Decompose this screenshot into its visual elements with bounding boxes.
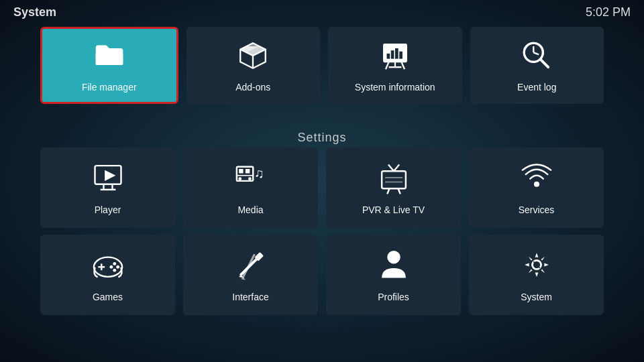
app-title: System <box>13 5 56 19</box>
svg-point-35 <box>533 182 539 187</box>
tile-interface[interactable]: Interface <box>183 235 318 315</box>
svg-line-31 <box>388 165 393 172</box>
services-icon <box>519 160 554 198</box>
svg-line-32 <box>394 165 399 172</box>
tile-label: Services <box>519 204 555 215</box>
tile-label: Games <box>93 292 123 302</box>
media-icon: ♫ <box>233 160 268 198</box>
system-icon <box>519 247 554 285</box>
svg-rect-0 <box>95 53 123 64</box>
svg-point-40 <box>113 269 116 272</box>
tile-label: Media <box>237 204 263 215</box>
interface-icon <box>233 247 268 285</box>
svg-line-14 <box>541 59 549 67</box>
top-row: File manager Add-ons <box>40 27 604 104</box>
tile-label: System information <box>355 82 435 93</box>
folder-icon <box>93 39 126 75</box>
svg-marker-20 <box>105 170 115 181</box>
tile-label: Player <box>95 204 121 215</box>
tile-services[interactable]: Services <box>469 147 604 228</box>
tile-profiles[interactable]: Profiles <box>326 235 461 315</box>
games-icon <box>91 247 125 285</box>
svg-rect-22 <box>239 169 244 174</box>
settings-row-2: Games Interface Profiles <box>40 235 604 315</box>
tile-event-log[interactable]: Event log <box>470 27 604 104</box>
clock: 5:02 PM <box>586 5 631 19</box>
svg-text:♫: ♫ <box>254 166 264 180</box>
svg-line-46 <box>243 255 254 277</box>
svg-point-39 <box>113 262 116 265</box>
player-icon <box>91 160 125 198</box>
svg-line-9 <box>386 62 389 69</box>
tile-label: PVR & Live TV <box>362 204 425 215</box>
tile-file-manager[interactable]: File manager <box>40 27 178 104</box>
profiles-icon <box>376 247 411 285</box>
tile-label: Profiles <box>378 292 409 302</box>
svg-point-26 <box>248 177 251 180</box>
svg-rect-5 <box>386 53 390 58</box>
tile-player[interactable]: Player <box>40 147 175 228</box>
svg-point-25 <box>238 177 241 180</box>
sysinfo-icon <box>378 39 412 75</box>
svg-point-41 <box>109 265 113 269</box>
settings-row-1: Player ♫ Media <box>40 147 604 228</box>
tile-system-settings[interactable]: System <box>469 235 604 315</box>
svg-line-13 <box>534 52 539 54</box>
addons-icon <box>236 39 270 75</box>
tile-add-ons[interactable]: Add-ons <box>186 27 321 104</box>
tile-system-information[interactable]: System information <box>328 27 462 104</box>
eventlog-icon <box>520 39 553 75</box>
svg-rect-8 <box>399 51 402 58</box>
tile-label: File manager <box>82 82 137 93</box>
tile-label: Interface <box>232 292 268 302</box>
header: System 5:02 PM <box>0 0 644 25</box>
svg-line-10 <box>401 62 405 69</box>
svg-rect-23 <box>245 169 250 174</box>
tile-media[interactable]: ♫ Media <box>183 147 318 228</box>
section-settings-label: Settings <box>0 131 644 145</box>
svg-point-42 <box>116 265 119 269</box>
pvr-icon <box>376 160 411 198</box>
tile-label: Add-ons <box>235 82 270 93</box>
svg-rect-7 <box>395 48 398 59</box>
tile-games[interactable]: Games <box>40 235 175 315</box>
svg-line-51 <box>533 261 540 268</box>
tile-label: Event log <box>517 82 556 93</box>
svg-point-48 <box>387 251 400 264</box>
svg-rect-28 <box>382 171 406 188</box>
tile-pvr-live-tv[interactable]: PVR & Live TV <box>326 147 461 228</box>
svg-rect-6 <box>391 50 394 59</box>
tile-label: System <box>521 292 552 302</box>
